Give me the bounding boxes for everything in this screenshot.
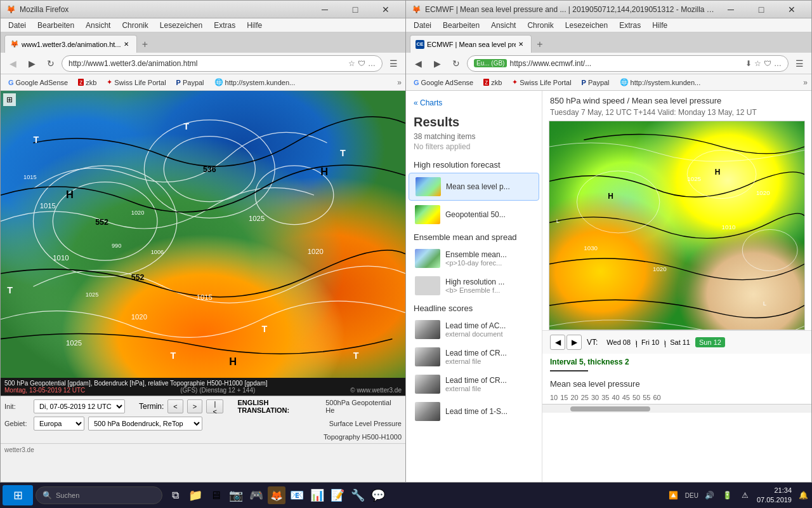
bookmark-adsense-right[interactable]: G Google AdSense (410, 77, 477, 88)
bookmark-star-left[interactable]: ☆ (348, 59, 355, 68)
taskbar-app-monitor[interactable]: 🖥 (207, 486, 225, 504)
menu-chronik-left[interactable]: Chronik (117, 20, 153, 31)
timeline-next[interactable]: ▶ (566, 335, 582, 350)
more-icon-right[interactable]: … (774, 59, 782, 68)
back-btn-left[interactable]: ◀ (4, 55, 21, 72)
menu-btn-right[interactable]: ☰ (791, 55, 808, 72)
taskbar-search[interactable]: 🔍 Suchen (36, 486, 162, 504)
taskbar-app-tool[interactable]: 🔧 (349, 486, 367, 504)
url-bar-right[interactable]: Eu... (GB) https://www.ecmwf.int/... ⬇ ☆… (467, 55, 789, 72)
menu-extras-left[interactable]: Extras (209, 20, 240, 31)
download-icon-right[interactable]: ⬇ (745, 59, 752, 68)
taskbar-app-firefox[interactable]: 🦊 (268, 486, 285, 504)
timeline-prev[interactable]: ◀ (550, 335, 565, 350)
result-lead-ac[interactable]: Lead time of AC... external document (409, 316, 539, 343)
maximize-btn-right[interactable]: □ (747, 1, 776, 18)
reload-btn-right[interactable]: ↻ (448, 55, 464, 72)
first-btn[interactable]: |< (206, 399, 223, 413)
bookmark-system-left[interactable]: 🌐 http://system.kunden... (211, 77, 299, 88)
minimize-btn-right[interactable]: ─ (716, 1, 745, 18)
result-lead-1s[interactable]: Lead time of 1-S... (409, 398, 539, 425)
menu-ansicht-right[interactable]: Ansicht (486, 20, 521, 31)
date-sun[interactable]: Sun 12 (695, 337, 725, 347)
menu-bearbeiten-left[interactable]: Bearbeiten (32, 20, 79, 31)
bookmark-paypal-left[interactable]: P Paypal (173, 77, 208, 88)
h-scrollbar[interactable] (542, 404, 811, 413)
bookmarks-more-left[interactable]: » (397, 78, 402, 87)
charts-breadcrumb[interactable]: « Charts (406, 96, 542, 110)
taskbar-time[interactable]: 21:34 07.05.2019 (757, 486, 792, 505)
menu-extras-right[interactable]: Extras (614, 20, 646, 31)
tab-close-right[interactable]: ✕ (516, 39, 526, 50)
menu-datei-left[interactable]: Datei (3, 20, 31, 31)
bookmark-system-right[interactable]: 🌐 http://system.kunden... (616, 77, 705, 88)
taskbar-app-controller[interactable]: 🎮 (247, 486, 265, 504)
ecmwf-split: « Charts Results 38 matching items No fi… (406, 91, 811, 482)
bookmark-zkb-left[interactable]: z zkb (74, 77, 100, 88)
close-btn-left[interactable]: ✕ (371, 1, 400, 18)
taskbar-app-chat[interactable]: 💬 (369, 486, 387, 504)
back-btn-right[interactable]: ◀ (410, 55, 426, 72)
date-fri[interactable]: Fri 10 (638, 337, 663, 347)
result-geopotential[interactable]: Geopotential 50... (409, 201, 539, 228)
svg-text:990: 990 (112, 243, 121, 249)
field-select[interactable]: 500 hPa Bodendruck, ReTop (88, 417, 202, 431)
grid-icon-left[interactable]: ⊞ (3, 93, 16, 106)
tabs-bar-right: CE ECMWF | Mean sea level pressu... ✕ + (406, 32, 811, 53)
svg-text:T: T (7, 285, 13, 295)
taskbar-app-mail[interactable]: 📧 (288, 486, 306, 504)
gebiet-select[interactable]: Europa (34, 417, 84, 431)
menu-chronik-right[interactable]: Chronik (522, 20, 558, 31)
result-hires-ensemble[interactable]: High resolution ... <b> Ensemble f... (409, 272, 539, 299)
map-date-text: Tuesday 7 May, 12 UTC T+144 Valid: Monda… (542, 108, 811, 121)
menu-lesezeichen-left[interactable]: Lesezeichen (155, 20, 207, 31)
tab-close-left[interactable]: ✕ (121, 39, 131, 50)
bookmark-star-right[interactable]: ☆ (754, 59, 761, 68)
active-tab-right[interactable]: CE ECMWF | Mean sea level pressu... ✕ (410, 35, 532, 53)
forward-btn-left[interactable]: ▶ (23, 55, 40, 72)
h-scrollbar-thumb[interactable] (570, 406, 650, 411)
next-btn[interactable]: > (187, 399, 202, 413)
result-lead-cr1[interactable]: Lead time of CR... external file (409, 344, 539, 370)
menu-btn-left[interactable]: ☰ (385, 55, 402, 72)
date-sat[interactable]: Sat 11 (666, 337, 694, 347)
bookmark-zkb-right[interactable]: z zkb (480, 77, 506, 88)
menu-bar-right: Datei Bearbeiten Ansicht Chronik Lesezei… (406, 18, 811, 32)
tray-notification[interactable]: 🔔 (797, 489, 809, 502)
menu-ansicht-left[interactable]: Ansicht (81, 20, 115, 31)
reload-btn-left[interactable]: ↻ (43, 55, 59, 72)
active-tab-left[interactable]: 🦊 www1.wetter3.de/animation.ht... ✕ (4, 35, 137, 53)
start-button[interactable]: ⊞ (3, 485, 33, 505)
tab-favicon-left: 🦊 (10, 40, 19, 49)
menu-datei-right[interactable]: Datei (409, 20, 436, 31)
maximize-btn-left[interactable]: □ (341, 1, 370, 18)
bookmark-paypal-right[interactable]: P Paypal (578, 77, 613, 88)
new-tab-btn-left[interactable]: + (137, 36, 154, 53)
timeline-vt: VT: (582, 338, 603, 347)
forward-btn-right[interactable]: ▶ (429, 55, 445, 72)
close-btn-right[interactable]: ✕ (777, 1, 806, 18)
taskbar-app-explorer[interactable]: 📁 (187, 486, 204, 504)
bookmarks-more-right[interactable]: » (803, 78, 808, 87)
taskbar-app-word[interactable]: 📝 (329, 486, 346, 504)
bookmark-swisslife-right[interactable]: ✦ Swiss Life Portal (508, 77, 575, 88)
prev-btn[interactable]: < (167, 399, 183, 413)
more-icon-left[interactable]: … (368, 59, 376, 68)
init-select[interactable]: Di, 07-05-2019 12 UTC (34, 399, 125, 413)
minimize-btn-left[interactable]: ─ (310, 1, 339, 18)
menu-hilfe-right[interactable]: Hilfe (647, 20, 672, 31)
result-lead-cr2[interactable]: Lead time of CR... external file (409, 371, 539, 398)
bookmark-swisslife-left[interactable]: ✦ Swiss Life Portal (103, 77, 169, 88)
result-ensemble-mean[interactable]: Ensemble mean... <p>10-day forec... (409, 245, 539, 272)
menu-lesezeichen-right[interactable]: Lesezeichen (560, 20, 613, 31)
bookmark-adsense-left[interactable]: G Google AdSense (4, 77, 72, 88)
task-view-btn[interactable]: ⧉ (166, 486, 184, 504)
result-mean-sea-level[interactable]: Mean sea level p... (409, 173, 539, 201)
date-wed[interactable]: Wed 08 (603, 337, 634, 347)
url-bar-left[interactable]: http://www1.wetter3.de/animation.html ☆ … (62, 55, 383, 72)
menu-hilfe-left[interactable]: Hilfe (242, 20, 267, 31)
menu-bearbeiten-right[interactable]: Bearbeiten (438, 20, 485, 31)
taskbar-app-photos[interactable]: 📷 (227, 486, 245, 504)
taskbar-app-excel[interactable]: 📊 (308, 486, 326, 504)
new-tab-btn-right[interactable]: + (532, 36, 548, 53)
